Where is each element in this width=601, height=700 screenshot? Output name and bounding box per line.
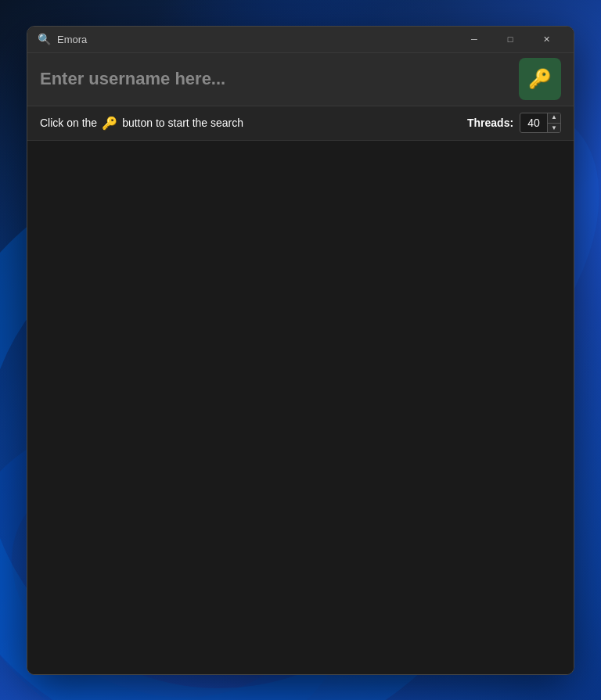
status-bar: Click on the 🔑 button to start the searc… (27, 106, 574, 141)
threads-spinner: 40 ▲ ▼ (520, 113, 561, 133)
main-content (27, 141, 574, 674)
threads-value: 40 (520, 117, 547, 129)
username-input[interactable] (40, 69, 519, 89)
window-title: Emora (57, 34, 456, 45)
app-window: 🔍 Emora ─ □ ✕ 🔑 Click on the 🔑 button to… (27, 26, 574, 675)
threads-up-button[interactable]: ▲ (548, 113, 560, 124)
key-icon: 🔑 (528, 68, 552, 90)
maximize-button[interactable]: □ (492, 26, 528, 52)
app-icon: 🔍 (37, 32, 51, 46)
window-controls: ─ □ ✕ (456, 26, 564, 52)
status-instruction: Click on the 🔑 button to start the searc… (40, 116, 461, 131)
search-button[interactable]: 🔑 (519, 58, 561, 100)
instruction-prefix: Click on the (40, 117, 97, 129)
minimize-button[interactable]: ─ (456, 26, 492, 52)
threads-label: Threads: (467, 117, 513, 129)
search-bar: 🔑 (27, 53, 574, 106)
threads-arrows: ▲ ▼ (547, 113, 560, 133)
threads-down-button[interactable]: ▼ (548, 124, 560, 134)
instruction-suffix: button to start the search (122, 117, 243, 129)
close-button[interactable]: ✕ (528, 26, 564, 52)
title-bar: 🔍 Emora ─ □ ✕ (27, 27, 574, 53)
instruction-key-icon: 🔑 (102, 116, 117, 131)
